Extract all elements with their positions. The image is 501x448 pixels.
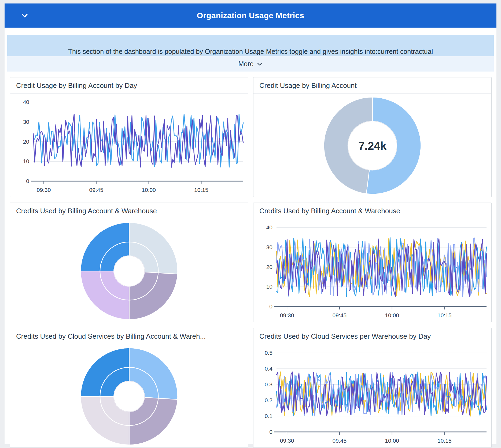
more-button[interactable]: More [7,56,494,72]
panel-title: Credits Used by Billing Account & Wareho… [253,203,491,219]
svg-text:09:45: 09:45 [333,438,347,444]
line-chart-credit-usage-by-day[interactable]: 01020304009:3009:4510:0010:15 [10,94,248,197]
svg-text:7.24k: 7.24k [358,140,387,152]
description-banner: This section of the dashboard is populat… [7,35,494,72]
section-header[interactable]: Organization Usage Metrics [5,3,496,28]
charts-grid: Credit Usage by Billing Account by Day 0… [10,77,492,448]
svg-text:10:15: 10:15 [437,312,452,318]
svg-text:10:15: 10:15 [437,438,452,444]
panel-cloud-services-per-warehouse-line: Credits Used by Cloud Services per Wareh… [253,328,492,448]
svg-text:0.3: 0.3 [265,381,272,387]
line-chart-credits-by-account-warehouse[interactable]: 01020304009:3009:4510:0010:15 [253,219,491,322]
svg-text:30: 30 [23,119,29,125]
banner-text: This section of the dashboard is populat… [7,35,494,56]
panel-credits-by-account-warehouse-sunburst: Credits Used by Billing Account & Wareho… [10,203,248,322]
svg-text:10:00: 10:00 [385,438,399,444]
svg-text:40: 40 [266,224,272,230]
svg-text:09:30: 09:30 [280,312,294,318]
panel-credit-usage-donut: Credit Usage by Billing Account 7.24k [253,77,492,197]
svg-text:09:45: 09:45 [89,187,104,193]
panel-cloud-services-sunburst: Credits Used by Cloud Services by Billin… [10,328,248,448]
svg-text:20: 20 [23,139,29,145]
svg-text:0: 0 [269,429,272,435]
svg-text:30: 30 [266,244,272,250]
sunburst-chart-cloud-services[interactable] [10,344,248,447]
sunburst-chart-credits-by-account-warehouse[interactable] [10,219,248,322]
svg-text:0: 0 [26,178,29,184]
panel-credit-usage-by-day: Credit Usage by Billing Account by Day 0… [10,77,248,197]
panel-title: Credit Usage by Billing Account by Day [10,77,248,94]
section-title: Organization Usage Metrics [197,11,304,20]
svg-text:09:30: 09:30 [37,187,51,193]
line-chart-cloud-services-per-warehouse[interactable]: 00.10.20.30.40.509:3009:4510:0010:15 [253,344,491,447]
svg-text:09:30: 09:30 [280,438,294,444]
more-label: More [238,60,254,68]
svg-text:0.5: 0.5 [265,350,272,356]
svg-text:0: 0 [269,303,272,309]
dashboard-section: Organization Usage Metrics This section … [5,3,496,444]
collapse-chevron-icon[interactable] [20,11,29,20]
donut-chart-credit-usage[interactable]: 7.24k [253,94,491,197]
panel-title: Credits Used by Cloud Services per Wareh… [253,328,491,344]
svg-text:0.4: 0.4 [265,365,273,372]
more-chevron-icon [257,61,263,67]
svg-text:0.1: 0.1 [265,413,272,419]
svg-text:40: 40 [23,99,29,105]
panel-title: Credits Used by Cloud Services by Billin… [10,328,248,344]
svg-text:09:45: 09:45 [333,312,347,318]
svg-text:0.2: 0.2 [265,397,272,403]
svg-text:20: 20 [266,264,272,270]
svg-text:10:00: 10:00 [142,187,156,193]
panel-title: Credit Usage by Billing Account [253,77,491,94]
svg-text:10:00: 10:00 [385,312,399,318]
svg-text:10: 10 [23,158,29,164]
svg-text:10:15: 10:15 [194,187,208,193]
svg-text:10: 10 [266,283,272,290]
panel-title: Credits Used by Billing Account & Wareho… [10,203,248,219]
panel-credits-by-account-warehouse-line: Credits Used by Billing Account & Wareho… [253,203,492,322]
